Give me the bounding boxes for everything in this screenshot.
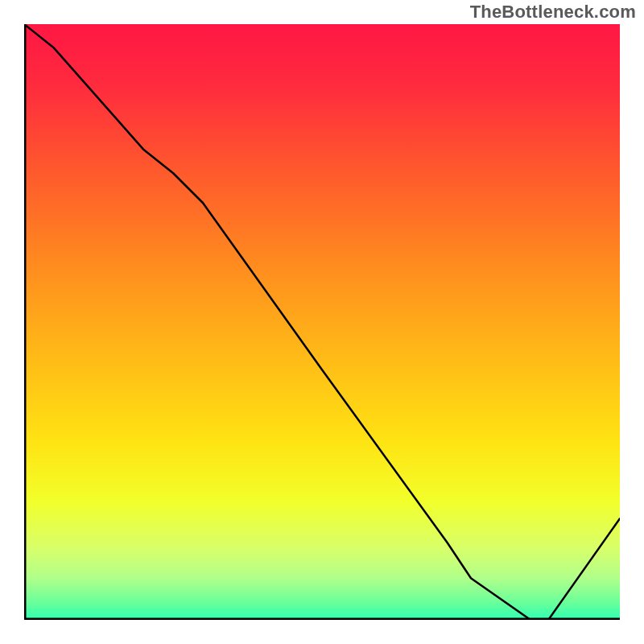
watermark-text: TheBottleneck.com — [470, 2, 636, 23]
chart-svg — [24, 24, 620, 620]
chart-plot-area — [24, 24, 620, 620]
chart-container: TheBottleneck.com — [0, 0, 644, 644]
chart-background-gradient — [24, 24, 620, 620]
